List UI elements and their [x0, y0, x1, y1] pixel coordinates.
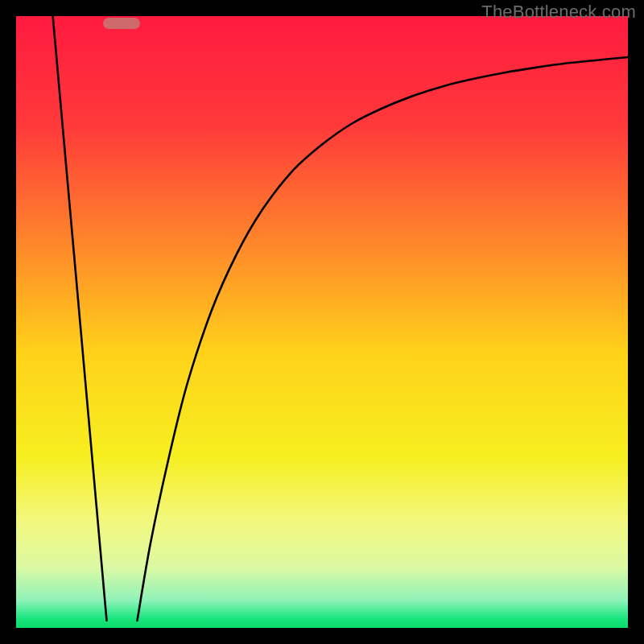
- watermark-text: TheBottleneck.com: [481, 2, 636, 23]
- chart-frame: TheBottleneck.com: [0, 0, 644, 644]
- bottleneck-marker: [103, 18, 140, 29]
- left-line: [53, 16, 107, 621]
- curve-layer: [16, 16, 628, 628]
- plot-area: [16, 16, 628, 628]
- right-curve: [137, 57, 628, 621]
